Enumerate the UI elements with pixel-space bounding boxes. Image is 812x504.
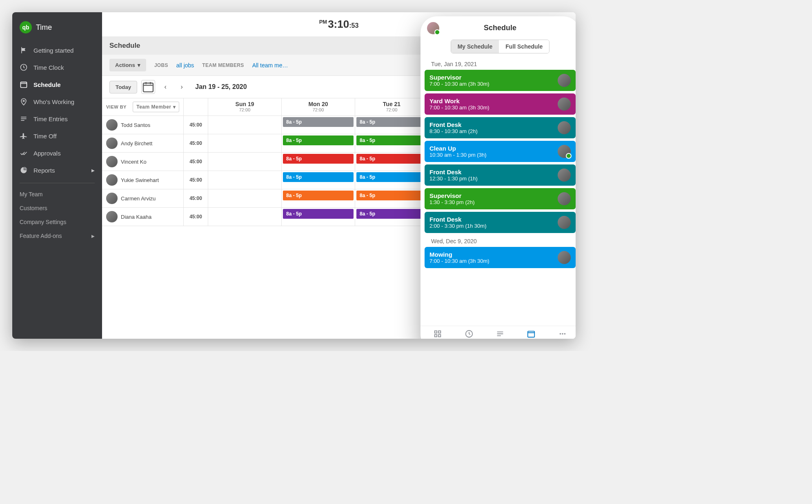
nav-label: Time Clock <box>33 64 64 71</box>
tab-time-clock[interactable]: Time Clock <box>453 329 484 339</box>
shift-cell[interactable]: 8a - 5p <box>355 134 429 152</box>
jobs-label: JOBS <box>154 62 168 68</box>
schedule-card[interactable]: Yard Work7:00 - 10:30 am (3h 30m) <box>425 93 576 115</box>
member-cell[interactable]: Diana Kaaha <box>102 208 184 226</box>
nav-item-company-settings[interactable]: Company Settings <box>12 215 102 229</box>
nav-item-schedule[interactable]: Schedule <box>12 76 102 93</box>
nav-label: Time Off <box>33 133 57 140</box>
shift-cell[interactable]: 8a - 5p <box>282 189 355 207</box>
nav-label: Schedule <box>33 81 61 88</box>
tab-overview[interactable]: Overview <box>422 329 453 339</box>
calendar-picker-button[interactable] <box>141 80 155 94</box>
shift-cell[interactable] <box>208 189 282 207</box>
schedule-card[interactable]: Front Desk12:30 - 1:30 pm (1h) <box>425 164 576 186</box>
day-label: Sun 19 <box>208 101 281 107</box>
shift-cell[interactable]: 8a - 5p <box>282 171 355 189</box>
card-time: 7:00 - 10:30 am (3h 30m) <box>429 81 489 87</box>
nav-item-time-entries[interactable]: Time Entries <box>12 110 102 127</box>
nav-item-getting-started[interactable]: Getting started <box>12 42 102 59</box>
nav-label: Company Settings <box>20 219 66 225</box>
member-cell[interactable]: Carmen Arvizu <box>102 189 184 207</box>
shift-cell[interactable] <box>208 116 282 134</box>
grid-icon <box>433 329 442 338</box>
shift-block[interactable]: 8a - 5p <box>356 209 427 219</box>
full-schedule-tab[interactable]: Full Schedule <box>499 40 549 53</box>
actions-button[interactable]: Actions ▾ <box>109 59 146 71</box>
brand: qb Time <box>12 16 102 42</box>
shift-cell[interactable]: 8a - 5p <box>355 208 429 226</box>
shift-cell[interactable]: 8a - 5p <box>282 116 355 134</box>
nav-item-feature-add-ons[interactable]: Feature Add-ons▶ <box>12 229 102 243</box>
plane-icon <box>20 132 28 140</box>
tab-more[interactable]: More <box>547 329 576 339</box>
member-hours: 45:00 <box>184 116 208 134</box>
tab-timesheets[interactable]: Timesheets <box>485 329 516 339</box>
members-filter[interactable]: All team me… <box>252 62 288 69</box>
nav-label: Approvals <box>33 150 61 157</box>
nav-item-customers[interactable]: Customers <box>12 201 102 215</box>
shift-block[interactable]: 8a - 5p <box>283 191 354 200</box>
nav-item-reports[interactable]: Reports▶ <box>12 162 102 179</box>
schedule-card[interactable]: Supervisor1:30 - 3:30 pm (2h) <box>425 188 576 209</box>
day-header[interactable]: Tue 2172:00 <box>355 98 429 115</box>
date-range: Jan 19 - 25, 2020 <box>195 83 247 91</box>
card-time: 2:00 - 3:30 pm (1h 30m) <box>429 223 486 229</box>
today-button[interactable]: Today <box>109 81 137 93</box>
shift-block[interactable]: 8a - 5p <box>356 191 427 200</box>
mobile-date-header: Wed, Dec 9, 2020 <box>425 235 576 247</box>
shift-cell[interactable]: 8a - 5p <box>282 134 355 152</box>
shift-block[interactable]: 8a - 5p <box>283 209 354 219</box>
shift-block[interactable]: 8a - 5p <box>356 117 427 127</box>
shift-block[interactable]: 8a - 5p <box>283 135 354 145</box>
shift-block[interactable]: 8a - 5p <box>283 154 354 164</box>
check-icon <box>20 149 28 157</box>
shift-cell[interactable]: 8a - 5p <box>282 153 355 171</box>
shift-block[interactable]: 8a - 5p <box>283 172 354 182</box>
avatar <box>558 98 571 111</box>
svg-rect-14 <box>438 335 441 337</box>
prev-week-button[interactable]: ‹ <box>159 81 171 93</box>
shift-block[interactable]: 8a - 5p <box>283 117 354 127</box>
shift-cell[interactable]: 8a - 5p <box>355 189 429 207</box>
member-cell[interactable]: Vincent Ko <box>102 153 184 171</box>
view-by-select[interactable]: Team Member ▾ <box>133 102 179 112</box>
tab-schedule[interactable]: Schedule <box>516 329 547 339</box>
nav-item-approvals[interactable]: Approvals <box>12 144 102 162</box>
day-header[interactable]: Mon 2072:00 <box>282 98 355 115</box>
mobile-date-header: Tue, Jan 19, 2021 <box>425 58 576 70</box>
nav-item-time-off[interactable]: Time Off <box>12 127 102 144</box>
next-week-button[interactable]: › <box>176 81 188 93</box>
svg-rect-13 <box>435 335 437 337</box>
shift-block[interactable]: 8a - 5p <box>356 135 427 145</box>
view-by-label: VIEW BY <box>106 104 127 109</box>
shift-cell[interactable] <box>208 134 282 152</box>
schedule-tabs: My Schedule Full Schedule <box>451 40 550 53</box>
schedule-card[interactable]: Clean Up10:30 am - 1:30 pm (3h) <box>425 141 576 162</box>
shift-cell[interactable]: 8a - 5p <box>355 153 429 171</box>
shift-cell[interactable] <box>208 171 282 189</box>
schedule-card[interactable]: Supervisor7:00 - 10:30 am (3h 30m) <box>425 70 576 91</box>
shift-cell[interactable] <box>208 153 282 171</box>
chevron-down-icon: ▾ <box>138 62 140 68</box>
nav-item-my-team[interactable]: My Team <box>12 187 102 201</box>
mobile-schedule-list[interactable]: Tue, Jan 19, 2021Supervisor7:00 - 10:30 … <box>420 58 576 326</box>
shift-cell[interactable]: 8a - 5p <box>282 208 355 226</box>
shift-block[interactable]: 8a - 5p <box>356 172 427 182</box>
shift-cell[interactable]: 8a - 5p <box>355 171 429 189</box>
day-header[interactable]: Sun 1972:00 <box>208 98 282 115</box>
member-cell[interactable]: Andy Birchett <box>102 134 184 152</box>
shift-block[interactable]: 8a - 5p <box>356 154 427 164</box>
my-schedule-tab[interactable]: My Schedule <box>451 40 499 53</box>
nav-item-time-clock[interactable]: Time Clock <box>12 59 102 76</box>
profile-avatar[interactable] <box>427 22 439 34</box>
schedule-card[interactable]: Front Desk8:30 - 10:30 am (2h) <box>425 117 576 138</box>
shift-cell[interactable]: 8a - 5p <box>355 116 429 134</box>
member-cell[interactable]: Yukie Swinehart <box>102 171 184 189</box>
nav-item-who-s-working[interactable]: Who's Working <box>12 93 102 110</box>
schedule-card[interactable]: Front Desk2:00 - 3:30 pm (1h 30m) <box>425 212 576 233</box>
jobs-filter[interactable]: all jobs <box>176 62 194 69</box>
day-label: Tue 21 <box>355 101 428 107</box>
member-cell[interactable]: Todd Santos <box>102 116 184 134</box>
shift-cell[interactable] <box>208 208 282 226</box>
schedule-card[interactable]: Mowing7:00 - 10:30 am (3h 30m) <box>425 247 576 268</box>
